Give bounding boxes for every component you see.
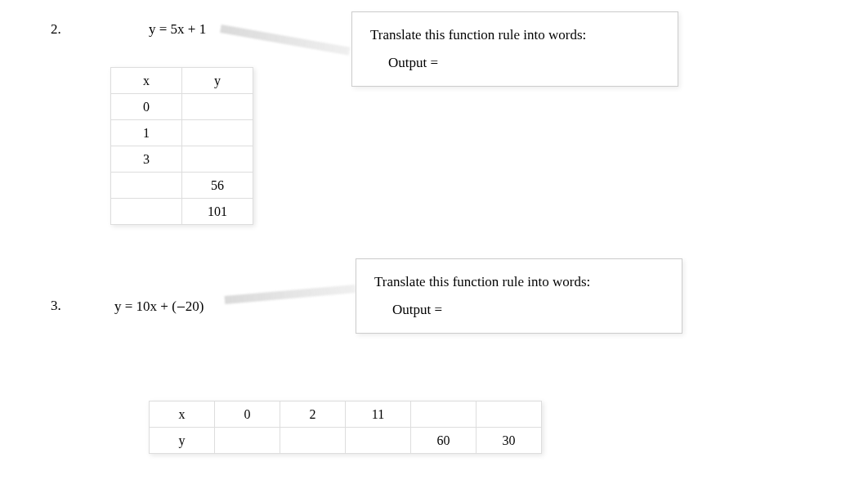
table-cell xyxy=(111,173,182,199)
table-row: 101 xyxy=(111,199,253,225)
table-row: 1 xyxy=(111,120,253,146)
table-header-y: y xyxy=(150,428,215,454)
table-cell xyxy=(182,120,253,146)
table-header-row: x y xyxy=(111,68,253,94)
callout-box: Translate this function rule into words:… xyxy=(351,11,678,87)
table-row-y: y 60 30 xyxy=(150,428,542,454)
table-cell xyxy=(411,402,477,428)
table-cell: 11 xyxy=(346,402,411,428)
table-cell xyxy=(182,146,253,173)
table-cell xyxy=(215,428,280,454)
table-cell: 1 xyxy=(111,120,182,146)
problem-number: 3. xyxy=(51,298,61,314)
equation: y = 10x + (‒20) xyxy=(114,298,204,315)
table-cell: 2 xyxy=(280,402,346,428)
table-cell: 3 xyxy=(111,146,182,173)
equation: y = 5x + 1 xyxy=(149,21,206,38)
table-cell: 101 xyxy=(182,199,253,225)
table-cell: 60 xyxy=(411,428,477,454)
data-table-horizontal: x 0 2 11 y 60 30 xyxy=(149,401,542,454)
equation-text: y = 10x + (‒20) xyxy=(114,298,204,314)
callout-output-label: Output = xyxy=(392,302,664,318)
table-cell xyxy=(477,402,542,428)
table-cell xyxy=(182,94,253,120)
connector-line xyxy=(220,25,350,56)
table-cell xyxy=(111,199,182,225)
table-header-x: x xyxy=(111,68,182,94)
data-table-vertical: x y 0 1 3 56 101 xyxy=(110,67,253,225)
table-cell: 56 xyxy=(182,173,253,199)
callout-output-label: Output = xyxy=(388,55,660,71)
callout-title: Translate this function rule into words: xyxy=(370,27,660,43)
connector-line xyxy=(225,285,356,304)
table-row: 56 xyxy=(111,173,253,199)
callout-title: Translate this function rule into words: xyxy=(374,274,664,290)
table-cell: 30 xyxy=(477,428,542,454)
table-cell: 0 xyxy=(111,94,182,120)
table-cell xyxy=(346,428,411,454)
problem-number: 2. xyxy=(51,21,61,38)
table-cell xyxy=(280,428,346,454)
table-row: 0 xyxy=(111,94,253,120)
table-header-y: y xyxy=(182,68,253,94)
table-header-x: x xyxy=(150,402,215,428)
equation-text: y = 5x + 1 xyxy=(149,21,206,37)
table-row: 3 xyxy=(111,146,253,173)
table-row-x: x 0 2 11 xyxy=(150,402,542,428)
table-cell: 0 xyxy=(215,402,280,428)
callout-box: Translate this function rule into words:… xyxy=(356,258,682,334)
